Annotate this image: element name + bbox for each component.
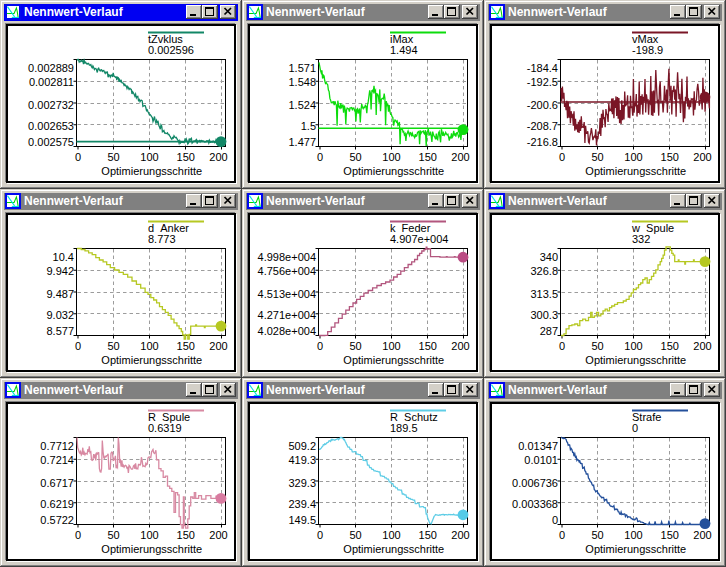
svg-text:0: 0 <box>559 151 565 163</box>
svg-text:100: 100 <box>624 529 642 541</box>
svg-text:50: 50 <box>591 340 603 352</box>
svg-text:0: 0 <box>317 529 323 541</box>
svg-text:-198.9: -198.9 <box>632 44 663 56</box>
svg-text:0: 0 <box>632 422 638 434</box>
svg-text:0: 0 <box>552 514 558 526</box>
svg-text:1.548: 1.548 <box>288 76 316 88</box>
svg-text:100: 100 <box>140 529 158 541</box>
svg-text:9.487: 9.487 <box>46 288 74 300</box>
svg-text:150: 150 <box>661 529 679 541</box>
svg-text:9.942: 9.942 <box>46 265 74 277</box>
svg-text:Optimierungsschritte: Optimierungsschritte <box>343 543 444 555</box>
svg-text:0: 0 <box>75 529 81 541</box>
svg-text:Optimierungsschritte: Optimierungsschritte <box>585 354 686 366</box>
svg-text:329.3: 329.3 <box>288 477 316 489</box>
svg-text:200: 200 <box>209 340 227 352</box>
svg-text:50: 50 <box>107 151 119 163</box>
svg-text:Optimierungsschritte: Optimierungsschritte <box>343 354 444 366</box>
svg-text:200: 200 <box>209 151 227 163</box>
svg-text:200: 200 <box>451 529 469 541</box>
svg-text:509.2: 509.2 <box>288 440 316 452</box>
svg-text:0.002732: 0.002732 <box>28 99 74 111</box>
svg-text:100: 100 <box>140 340 158 352</box>
svg-text:340: 340 <box>540 251 558 263</box>
svg-text:0.002889: 0.002889 <box>28 62 74 74</box>
svg-text:0.6319: 0.6319 <box>148 422 182 434</box>
svg-text:150: 150 <box>177 340 195 352</box>
svg-text:0.006736: 0.006736 <box>512 477 558 489</box>
svg-text:419.3: 419.3 <box>288 454 316 466</box>
svg-text:Optimierungsschritte: Optimierungsschritte <box>585 543 686 555</box>
svg-text:150: 150 <box>419 151 437 163</box>
svg-text:150: 150 <box>419 340 437 352</box>
svg-text:200: 200 <box>693 529 711 541</box>
svg-text:0: 0 <box>559 529 565 541</box>
svg-text:9.032: 9.032 <box>46 309 74 321</box>
svg-text:200: 200 <box>693 340 711 352</box>
svg-text:200: 200 <box>451 340 469 352</box>
svg-text:50: 50 <box>591 529 603 541</box>
svg-text:100: 100 <box>382 340 400 352</box>
svg-text:200: 200 <box>693 151 711 163</box>
svg-text:150: 150 <box>177 151 195 163</box>
svg-text:4.998e+004: 4.998e+004 <box>258 251 316 263</box>
svg-text:0: 0 <box>75 151 81 163</box>
svg-text:150: 150 <box>661 340 679 352</box>
svg-text:50: 50 <box>107 529 119 541</box>
svg-text:Optimierungsschritte: Optimierungsschritte <box>101 543 202 555</box>
svg-text:0: 0 <box>559 340 565 352</box>
svg-text:0: 0 <box>317 340 323 352</box>
svg-text:287: 287 <box>540 325 558 337</box>
svg-text:1.5: 1.5 <box>301 120 316 132</box>
svg-text:0.7214: 0.7214 <box>40 454 74 466</box>
svg-text:150: 150 <box>661 151 679 163</box>
svg-text:Optimierungsschritte: Optimierungsschritte <box>101 354 202 366</box>
svg-text:0: 0 <box>75 340 81 352</box>
svg-text:50: 50 <box>107 340 119 352</box>
svg-text:0.002653: 0.002653 <box>28 120 74 132</box>
svg-text:0: 0 <box>317 151 323 163</box>
svg-text:4.756e+004: 4.756e+004 <box>258 265 316 277</box>
svg-text:1.494: 1.494 <box>390 44 418 56</box>
svg-text:300.3: 300.3 <box>530 309 558 321</box>
svg-text:0.6717: 0.6717 <box>40 477 74 489</box>
svg-text:4.907e+004: 4.907e+004 <box>390 233 448 245</box>
svg-text:50: 50 <box>349 529 361 541</box>
svg-text:332: 332 <box>632 233 650 245</box>
svg-text:100: 100 <box>140 151 158 163</box>
svg-text:189.5: 189.5 <box>390 422 418 434</box>
svg-text:239.4: 239.4 <box>288 498 316 510</box>
svg-text:200: 200 <box>451 151 469 163</box>
svg-text:4.513e+004: 4.513e+004 <box>258 288 316 300</box>
svg-text:149.5: 149.5 <box>288 514 316 526</box>
svg-text:100: 100 <box>382 151 400 163</box>
svg-text:50: 50 <box>349 151 361 163</box>
svg-text:Optimierungsschritte: Optimierungsschritte <box>585 165 686 177</box>
svg-text:-200.6: -200.6 <box>527 99 558 111</box>
svg-text:1.477: 1.477 <box>288 136 316 148</box>
svg-text:0.002575: 0.002575 <box>28 136 74 148</box>
svg-text:100: 100 <box>382 529 400 541</box>
svg-text:150: 150 <box>419 529 437 541</box>
svg-text:150: 150 <box>177 529 195 541</box>
svg-text:8.577: 8.577 <box>46 325 74 337</box>
svg-text:-216.8: -216.8 <box>527 136 558 148</box>
svg-text:100: 100 <box>624 151 642 163</box>
svg-text:0.5722: 0.5722 <box>40 514 74 526</box>
svg-text:0.0101: 0.0101 <box>524 454 558 466</box>
svg-text:1.571: 1.571 <box>288 62 316 74</box>
svg-text:50: 50 <box>349 340 361 352</box>
svg-text:Optimierungsschritte: Optimierungsschritte <box>101 165 202 177</box>
svg-text:-192.5: -192.5 <box>527 76 558 88</box>
svg-text:8.773: 8.773 <box>148 233 176 245</box>
svg-text:10.4: 10.4 <box>53 251 74 263</box>
svg-text:200: 200 <box>209 529 227 541</box>
svg-text:4.271e+004: 4.271e+004 <box>258 309 316 321</box>
svg-text:Optimierungsschritte: Optimierungsschritte <box>343 165 444 177</box>
svg-text:0.7712: 0.7712 <box>40 440 74 452</box>
svg-text:100: 100 <box>624 340 642 352</box>
svg-text:0.6219: 0.6219 <box>40 498 74 510</box>
svg-text:-208.7: -208.7 <box>527 120 558 132</box>
svg-text:0.01347: 0.01347 <box>518 440 558 452</box>
svg-text:1.524: 1.524 <box>288 99 316 111</box>
